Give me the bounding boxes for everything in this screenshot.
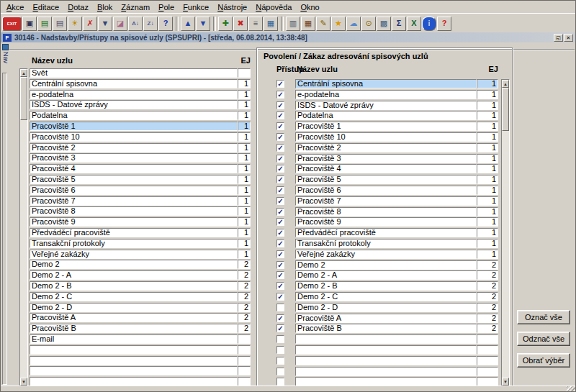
node-ej-field[interactable]: 1 (238, 111, 251, 120)
editor-icon[interactable]: ✎ (316, 17, 330, 31)
node-ej-field[interactable]: 1 (477, 175, 498, 184)
access-checkbox[interactable]: ✓ (276, 293, 284, 301)
scroll-up-arrow-icon[interactable]: ▲ (20, 69, 27, 77)
print-setup-icon[interactable]: ▤ (53, 17, 67, 31)
scroll-down-arrow-icon[interactable]: ▼ (20, 378, 27, 386)
node-name-field[interactable]: Pracoviště B (295, 324, 477, 333)
node-ej-field[interactable]: 1 (238, 228, 251, 237)
node-name-field[interactable]: ISDS - Datové zprávy (295, 101, 477, 110)
node-ej-field[interactable]: 1 (238, 250, 251, 259)
access-checkbox[interactable]: ✓ (276, 282, 284, 290)
node-ej-field[interactable]: 1 (477, 90, 498, 99)
node-name-field[interactable]: Pracoviště 9 (30, 217, 238, 227)
node-name-field[interactable]: Centrální spisovna (30, 79, 238, 88)
menu-item-akce[interactable]: Akce (2, 2, 28, 12)
node-ej-field[interactable]: 1 (477, 143, 498, 152)
node-ej-field[interactable] (238, 345, 251, 355)
node-ej-field[interactable]: 1 (238, 122, 251, 131)
node-name-field[interactable]: Pracoviště 4 (295, 164, 477, 173)
mdi-titlebar[interactable]: F 30146 - Nadstavby/Přístupy na spisové … (1, 32, 575, 42)
left-list-scrollbar[interactable]: ▲ ▼ (19, 68, 28, 386)
node-name-field[interactable]: Pracoviště 9 (295, 217, 477, 227)
restore-button[interactable]: ◱ (554, 34, 563, 42)
node-name-field[interactable]: Pracoviště 8 (30, 206, 238, 216)
node-ej-field[interactable]: 2 (238, 324, 251, 333)
node-name-field[interactable]: Pracoviště 7 (30, 196, 238, 206)
node-ej-field[interactable]: 1 (238, 153, 251, 163)
access-checkbox[interactable]: ✓ (276, 218, 284, 226)
access-checkbox[interactable]: ✓ (276, 271, 284, 279)
node-ej-field[interactable]: 1 (477, 122, 498, 131)
list-values-icon[interactable]: ▦ (264, 17, 278, 31)
node-ej-field[interactable]: 1 (477, 196, 498, 206)
node-name-field[interactable]: Centrální spisovna (295, 79, 477, 88)
node-name-field[interactable]: Pracoviště A (295, 314, 477, 323)
node-name-field[interactable] (295, 334, 477, 344)
save-icon[interactable]: ▣ (22, 17, 37, 31)
close-button[interactable]: ✕ (564, 34, 573, 42)
node-name-field[interactable]: Demo 2 - A (295, 270, 477, 280)
node-ej-field[interactable]: 1 (477, 228, 498, 237)
nav-icon[interactable] (2, 44, 9, 50)
menu-item-editace[interactable]: Editace (28, 2, 63, 12)
menu-item-napoveda[interactable]: Nápověda (251, 2, 296, 12)
search-icon[interactable]: ☀ (68, 17, 82, 31)
node-name-field[interactable]: Pracoviště 3 (295, 154, 477, 163)
lock-icon[interactable]: ⊙ (361, 17, 376, 31)
node-name-field[interactable]: e-podatelna (30, 90, 238, 99)
node-ej-field[interactable] (238, 334, 251, 344)
node-ej-field[interactable]: 1 (477, 164, 498, 173)
deselect-all-button[interactable]: Odznač vše (517, 332, 570, 346)
node-name-field[interactable]: Pracoviště 10 (30, 132, 238, 142)
node-name-field[interactable]: Pracoviště 6 (30, 186, 238, 195)
node-name-field[interactable]: Pracoviště 5 (30, 175, 238, 184)
node-ej-field[interactable]: 1 (238, 90, 251, 99)
select-all-button[interactable]: Označ vše (517, 310, 570, 324)
count-icon[interactable]: ? (158, 17, 173, 31)
menu-item-okno[interactable]: Okno (296, 2, 323, 12)
delete-record-icon[interactable]: ✖ (233, 17, 248, 31)
node-name-field[interactable]: E-mail (30, 334, 238, 344)
left-scrollbar-thumb[interactable] (20, 77, 27, 120)
node-name-field[interactable]: Veřejné zakázky (30, 250, 238, 259)
node-name-field[interactable] (30, 356, 238, 365)
access-checkbox[interactable]: ✓ (276, 101, 284, 109)
access-checkbox[interactable]: ✓ (276, 155, 284, 163)
node-ej-field[interactable]: 2 (238, 270, 251, 280)
node-ej-field[interactable]: 1 (477, 79, 498, 88)
node-name-field[interactable]: Svět (30, 68, 238, 78)
node-name-field[interactable]: Pracoviště 2 (30, 143, 238, 152)
node-ej-field[interactable] (238, 366, 251, 375)
menu-item-nastroje[interactable]: Nástroje (213, 2, 251, 12)
node-ej-field[interactable]: 2 (238, 313, 251, 322)
node-ej-field[interactable]: 2 (238, 281, 251, 291)
sum-icon[interactable]: Σ (392, 17, 406, 31)
node-name-field[interactable]: Pracoviště A (30, 313, 238, 322)
node-ej-field[interactable] (477, 334, 498, 344)
insert-record-icon[interactable]: ✚ (218, 17, 233, 31)
node-ej-field[interactable]: 2 (477, 270, 498, 280)
node-ej-field[interactable]: 2 (477, 303, 498, 312)
access-checkbox[interactable]: ✓ (276, 165, 284, 173)
menu-item-zaznam[interactable]: Záznam (117, 2, 154, 12)
node-name-field[interactable]: Transakční protokoly (30, 239, 238, 248)
access-checkbox[interactable]: ✓ (276, 144, 284, 152)
node-ej-field[interactable] (477, 367, 498, 376)
node-name-field[interactable]: Předváděcí pracoviště (30, 228, 238, 237)
node-ej-field[interactable]: 1 (238, 217, 251, 227)
access-checkbox[interactable] (276, 378, 284, 386)
access-checkbox[interactable]: ✓ (276, 91, 284, 99)
node-name-field[interactable]: Transakční protokoly (295, 239, 477, 248)
access-checkbox[interactable]: ✓ (276, 80, 284, 88)
node-ej-field[interactable]: 1 (238, 132, 251, 142)
node-ej-field[interactable]: 1 (238, 79, 251, 88)
node-ej-field[interactable]: 2 (238, 292, 251, 301)
node-ej-field[interactable]: 1 (477, 154, 498, 163)
access-checkbox[interactable] (276, 335, 284, 343)
invert-selection-button[interactable]: Obrať výběr (517, 353, 570, 368)
right-list-scrollbar[interactable]: ▲ ▼ (501, 79, 510, 386)
node-name-field[interactable]: Pracoviště 1 (30, 122, 238, 131)
node-ej-field[interactable]: 1 (477, 207, 498, 216)
scroll-down-arrow-icon[interactable]: ▼ (502, 378, 509, 386)
node-name-field[interactable]: Pracoviště 1 (295, 122, 477, 131)
